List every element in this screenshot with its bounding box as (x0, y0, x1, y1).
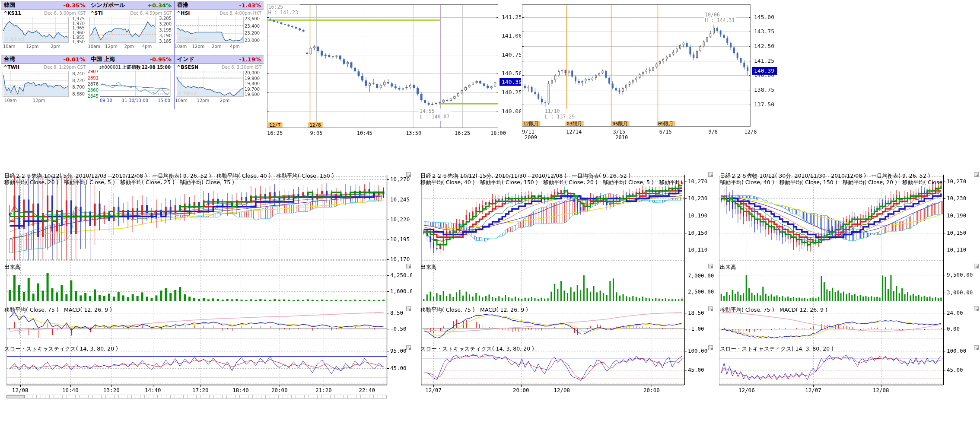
market-change: -0.01% (64, 56, 86, 63)
market-name: シンガポール (91, 1, 125, 9)
macd-panel-label: 移動平均( Close, 75 ) MACD( 12, 26, 9 ) (420, 306, 528, 314)
market-panel-india[interactable]: インド -1.19% ^BSESN Dec 8, 3:30pm IST (175, 55, 264, 109)
contract-history-candle-chart (521, 1, 780, 145)
panel-resize-icon[interactable] (406, 172, 411, 177)
market-name: 中国 上海 (91, 55, 115, 63)
chart-title-line2: 移動平均( Close, 20 ) 移動平均( Close, 5 ) 移動平均(… (4, 179, 234, 186)
timestamp-label: Dec 8, 4:59pm SGT (130, 11, 172, 16)
market-name: インド (177, 55, 194, 63)
panel-resize-icon[interactable] (708, 306, 713, 311)
market-panel-taiwan[interactable]: 台湾 -0.01% ^TWII Dec 8, 1:29pm CST (1, 55, 88, 109)
history-chart-canvas (521, 1, 780, 145)
market-panel-hongkong[interactable]: 香港 -1.43% ^HSI Dec 8, 4:00pm HKT (175, 1, 264, 55)
symbol-label: sh000001 (99, 65, 121, 70)
panel-resize-icon[interactable] (406, 264, 411, 268)
market-header: 台湾 -0.01% (1, 55, 88, 64)
market-header: 韓国 -0.35% (1, 1, 88, 10)
symbol-row: ^KS11 Dec 8, 3:00pm KST (1, 10, 88, 16)
market-change: -1.19% (239, 56, 261, 63)
market-change: -1.43% (239, 2, 261, 9)
scrollbar-thumb[interactable] (6, 395, 25, 398)
panel-resize-icon[interactable] (406, 306, 411, 311)
panel-resize-icon[interactable] (708, 264, 713, 268)
time-scrollbar[interactable] (6, 395, 387, 399)
market-header: インド -1.19% (175, 55, 264, 64)
market-panel-shanghai[interactable]: 中国 上海 -0.95% sh000001 上证指数 12-08 15:00 (88, 55, 175, 109)
timestamp-label: 12-08 15:00 (142, 65, 171, 70)
technical-chart-15min: 日経２２５先物 10/12( 15分, 2010/11/30 - 2010/12… (417, 172, 714, 399)
symbol-label: ^BSESN (177, 64, 198, 70)
mini-chart-canvas-india (175, 70, 261, 108)
technical-chart-30min: 日経２２５先物 10/12( 30分, 2010/11/30 - 2010/12… (716, 172, 980, 399)
chart-title-line2: 移動平均( Close, 40 ) 移動平均( Close, 150 ) 移動平… (720, 179, 942, 186)
stochastics-panel-label: スロー・ストキャスティクス( 14, 3, 80, 20 ) (4, 345, 118, 353)
symbol-row: sh000001 上证指数 12-08 15:00 (88, 64, 174, 70)
stochastics-panel-label: スロー・ストキャスティクス( 14, 3, 80, 20 ) (420, 345, 534, 353)
symbol-row: ^HSI Dec 8, 4:00pm HKT (175, 10, 264, 16)
timestamp-label: Dec 8, 4:00pm HKT (220, 11, 261, 16)
market-header: シンガポール +0.34% (88, 1, 174, 10)
panel-resize-icon[interactable] (974, 172, 979, 177)
timestamp-label: Dec 8, 3:30pm IST (222, 65, 261, 70)
panel-resize-icon[interactable] (406, 345, 411, 350)
technical-chart-canvas-30min (716, 172, 980, 399)
symbol-label: ^KS11 (3, 10, 21, 16)
market-name: 香港 (177, 1, 188, 9)
stochastics-panel-label: スロー・ストキャスティクス( 14, 3, 80, 20 ) (720, 345, 834, 353)
market-change: -0.95% (150, 56, 172, 63)
intraday-chart-canvas (266, 1, 525, 140)
index-name-label: 上证指数 (122, 64, 141, 70)
technical-chart-canvas-15min (417, 172, 714, 399)
timestamp-label: Dec 8, 3:00pm KST (44, 11, 86, 16)
timestamp-label: Dec 8, 1:29pm CST (44, 65, 86, 70)
symbol-row: ^STI Dec 8, 4:59pm SGT (88, 10, 174, 16)
trading-dashboard: 韓国 -0.35% ^KS11 Dec 8, 3:00pm KST シンガポール… (0, 0, 980, 434)
panel-resize-icon[interactable] (974, 345, 979, 350)
macd-panel-label: 移動平均( Close, 75 ) MACD( 12, 26, 9 ) (720, 306, 827, 314)
symbol-label: ^HSI (177, 10, 190, 16)
panel-resize-icon[interactable] (708, 172, 713, 177)
macd-panel-label: 移動平均( Close, 75 ) MACD( 12, 26, 9 ) (4, 306, 112, 314)
symbol-label: ^TWII (3, 64, 19, 70)
market-change: +0.34% (147, 2, 172, 9)
symbol-row: ^TWII Dec 8, 1:29pm CST (1, 64, 88, 70)
mini-chart-canvas-singapore (88, 16, 173, 54)
market-name: 台湾 (4, 55, 15, 63)
mini-chart-canvas-korea (1, 16, 86, 54)
asian-markets-grid: 韓国 -0.35% ^KS11 Dec 8, 3:00pm KST シンガポール… (1, 1, 263, 109)
panel-resize-icon[interactable] (708, 345, 713, 350)
market-panel-singapore[interactable]: シンガポール +0.34% ^STI Dec 8, 4:59pm SGT (88, 1, 175, 55)
symbol-label: ^STI (90, 10, 103, 16)
volume-panel-label: 出来高 (720, 264, 736, 271)
technical-chart-5min: 日経２２５先物 10/12( 5分, 2010/12/03 - 2010/12/… (1, 172, 412, 399)
volume-panel-label: 出来高 (420, 264, 437, 271)
mini-chart-canvas-hongkong (175, 16, 261, 54)
symbol-row: ^BSESN Dec 8, 3:30pm IST (175, 64, 264, 70)
mini-chart-canvas-taiwan (1, 70, 86, 108)
market-name: 韓国 (4, 1, 15, 9)
market-panel-korea[interactable]: 韓国 -0.35% ^KS11 Dec 8, 3:00pm KST (1, 1, 88, 55)
market-header: 中国 上海 -0.95% (88, 55, 174, 64)
mini-chart-canvas-shanghai (88, 70, 173, 108)
technical-chart-canvas-5min (1, 172, 412, 399)
chart-title-line2: 移動平均( Close, 40 ) 移動平均( Close, 150 ) 移動平… (420, 179, 684, 186)
panel-resize-icon[interactable] (974, 264, 979, 268)
volume-panel-label: 出来高 (4, 264, 21, 271)
market-header: 香港 -1.43% (175, 1, 264, 10)
intraday-candle-chart (266, 1, 525, 140)
panel-resize-icon[interactable] (974, 306, 979, 311)
market-change: -0.35% (64, 2, 86, 9)
